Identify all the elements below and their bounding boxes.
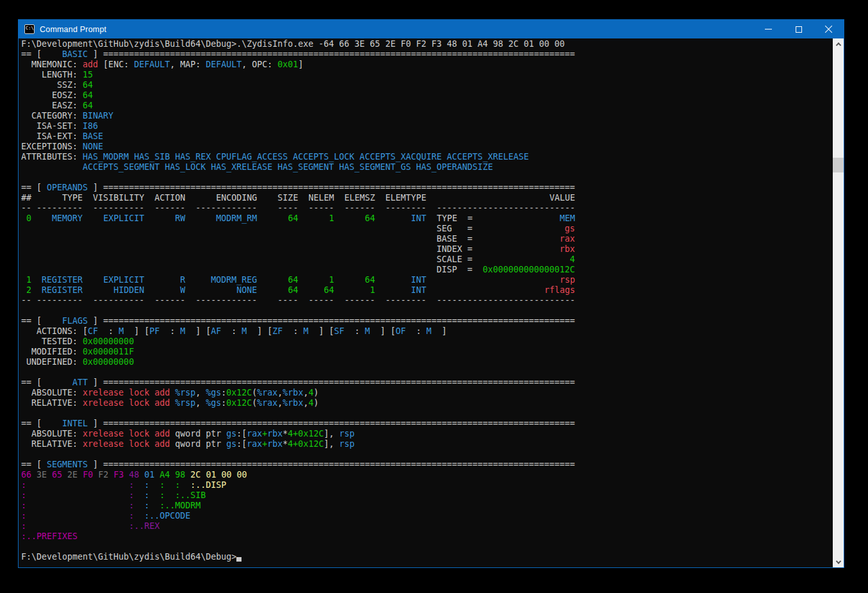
terminal-line: == [ FLAGS ] ===========================… (21, 316, 831, 326)
text-segment: 2C (190, 470, 201, 480)
text-spacer (21, 275, 26, 285)
text-spacer (298, 203, 308, 213)
text-spacer (257, 213, 288, 223)
terminal-line: BASE = rax (21, 234, 831, 244)
text-segment: xrelease lock add (83, 388, 170, 397)
text-spacer (134, 501, 144, 510)
text-segment: :..SIB (175, 490, 206, 500)
text-segment: ---------- (93, 296, 144, 305)
terminal-output[interactable]: F:\Development\GitHub\zydis\Build64\Debu… (21, 39, 831, 567)
text-spacer (78, 388, 83, 397)
scroll-up-button[interactable] (833, 38, 844, 49)
terminal-line: : :..REX (21, 521, 831, 531)
terminal-line: MODIFIED: 0x0000011F (21, 347, 831, 357)
text-spacer (472, 244, 559, 254)
terminal-line: DISP = 0x000000000000012C (21, 265, 831, 275)
text-segment: %rax (257, 388, 277, 397)
text-segment: ZF (272, 326, 283, 336)
text-segment: SSZ: (21, 80, 78, 90)
terminal-line: == [ OPERANDS ] ========================… (21, 183, 831, 193)
terminal-line: == [ SEGMENTS ] ========================… (21, 460, 831, 470)
text-segment: F2 (98, 470, 108, 480)
text-spacer (473, 213, 560, 223)
text-spacer (78, 60, 83, 69)
text-spacer (26, 490, 129, 500)
text-segment: 00 (221, 470, 231, 480)
text-segment: 15 (83, 70, 93, 79)
text-segment: PF (149, 326, 160, 336)
text-spacer (298, 213, 329, 223)
text-spacer (78, 121, 83, 131)
text-spacer (83, 296, 93, 305)
close-button[interactable] (814, 20, 844, 38)
text-segment: 0x00000000 (83, 337, 134, 346)
text-spacer (134, 480, 144, 490)
cmd-icon: C:\_ (24, 24, 35, 34)
text-spacer (78, 131, 83, 141)
text-spacer (78, 101, 83, 110)
text-spacer (185, 296, 195, 305)
terminal-line: SEG = gs (21, 224, 831, 234)
scrollbar[interactable] (833, 38, 844, 567)
text-segment: : (129, 480, 134, 490)
minimize-button[interactable] (753, 20, 783, 38)
text-segment: == [ (21, 49, 42, 59)
text-segment: CF (88, 326, 98, 336)
terminal-line (21, 542, 831, 552)
text-spacer (83, 275, 103, 285)
text-segment: 0x12C (226, 398, 252, 408)
text-segment: RW (175, 213, 185, 223)
text-segment: ----- (308, 203, 334, 213)
text-spacer (21, 224, 436, 233)
text-spacer (108, 470, 113, 480)
terminal-line: == [ BASIC ] ===========================… (21, 49, 831, 60)
maximize-icon (796, 26, 802, 33)
text-segment: : (21, 501, 26, 510)
terminal-line: SSZ: 64 (21, 80, 831, 90)
text-segment: == [ (21, 316, 42, 326)
terminal-line: 1 REGISTER EXPLICIT R MODRM_REG 64 1 64 … (21, 275, 831, 285)
text-segment: 64 (83, 80, 93, 90)
text-segment: REGISTER (42, 275, 83, 285)
command-prompt-window: C:\_ Command Prompt F:\Development\GitHu… (18, 19, 844, 568)
terminal-line: : : :..OPCODE (21, 511, 831, 521)
text-segment: gs (226, 439, 236, 449)
text-spacer (83, 213, 103, 223)
scroll-thumb[interactable] (833, 158, 844, 172)
terminal-line: UNDEFINED: 0x00000000 (21, 357, 831, 367)
text-segment: M (119, 326, 124, 336)
terminal-line: F:\Development\GitHub\zydis\Build64\Debu… (21, 552, 831, 562)
text-spacer (21, 265, 436, 274)
text-segment: TESTED: (21, 337, 78, 346)
text-spacer (26, 480, 129, 490)
terminal-line: ISA-SET: I86 (21, 121, 831, 131)
text-segment: : (406, 326, 427, 336)
text-segment: --------------------------- (437, 296, 575, 305)
text-segment: 64 (83, 90, 93, 100)
text-segment: EASZ: (21, 101, 78, 110)
terminal-line: ISA-EXT: BASE (21, 131, 831, 142)
text-spacer (144, 275, 180, 285)
text-segment: BASE (83, 131, 103, 141)
terminal-line: INDEX = rbx (21, 244, 831, 255)
text-segment: :[ (236, 429, 247, 438)
scroll-down-button[interactable] (833, 556, 844, 567)
text-spacer (26, 501, 129, 510)
text-spacer (21, 244, 436, 254)
text-spacer (375, 203, 386, 213)
text-segment: 01 (144, 470, 154, 480)
text-segment: INDEX = (436, 244, 472, 254)
text-spacer (78, 142, 83, 151)
text-segment: VISIBILITY (93, 193, 144, 203)
text-segment: :[ (236, 439, 247, 449)
terminal-line (21, 367, 831, 378)
chevron-up-icon (835, 42, 840, 47)
text-segment: : (144, 490, 149, 500)
text-spacer (472, 255, 569, 264)
text-segment: :..DISP (190, 480, 226, 490)
title-bar[interactable]: C:\_ Command Prompt (19, 20, 844, 38)
maximize-button[interactable] (783, 20, 814, 38)
terminal[interactable]: F:\Development\GitHub\zydis\Build64\Debu… (19, 38, 844, 567)
text-spacer (375, 213, 411, 223)
text-segment: : (283, 326, 303, 336)
